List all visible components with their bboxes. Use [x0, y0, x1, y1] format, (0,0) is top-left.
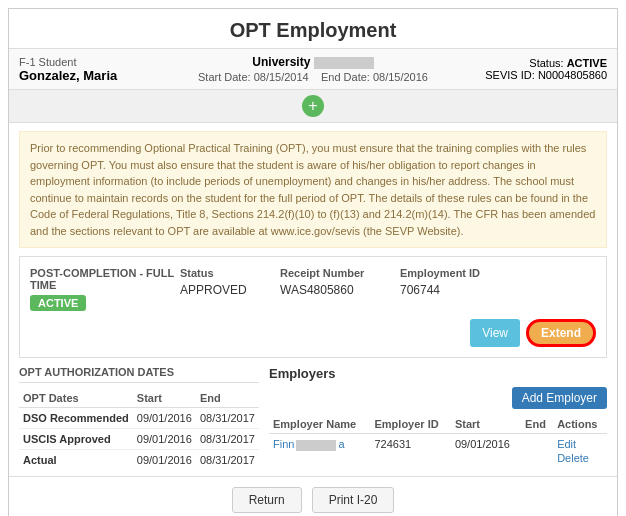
employment-section: POST-COMPLETION - FULL TIME Active Statu… — [19, 256, 607, 358]
employers-section: Employers Add Employer Employer Name Emp… — [269, 366, 607, 470]
dates-table: OPT Dates Start End DSO Recommended 09/0… — [19, 389, 259, 470]
receipt-col-label: Receipt Number — [280, 267, 400, 279]
empid-col: Employment ID 706744 — [400, 267, 596, 297]
employer-start-cell: 09/01/2016 — [451, 434, 521, 469]
row-end: 08/31/2017 — [196, 450, 259, 471]
add-row: + — [9, 90, 617, 123]
employer-end-cell — [521, 434, 553, 469]
page-title: OPT Employment — [9, 9, 617, 49]
dates-col-opt: OPT Dates — [19, 389, 133, 408]
view-button[interactable]: View — [470, 319, 520, 347]
row-start: 09/01/2016 — [133, 408, 196, 429]
status-badge: Status: ACTIVE — [447, 57, 607, 69]
print-button[interactable]: Print I-20 — [312, 487, 395, 513]
row-start: 09/01/2016 — [133, 429, 196, 450]
add-button[interactable]: + — [302, 95, 324, 117]
row-label: Actual — [19, 450, 133, 471]
employer-actions-cell: Edit Delete — [553, 434, 607, 469]
employment-type: POST-COMPLETION - FULL TIME Active — [30, 267, 180, 311]
row-end: 08/31/2017 — [196, 408, 259, 429]
bottom-section: OPT AUTHORIZATION DATES OPT Dates Start … — [19, 366, 607, 470]
employment-header: POST-COMPLETION - FULL TIME Active Statu… — [30, 267, 596, 311]
employers-col-name: Employer Name — [269, 415, 371, 434]
opt-dates-title: OPT AUTHORIZATION DATES — [19, 366, 259, 383]
empid-col-value: 706744 — [400, 283, 596, 297]
employer-name-cell: Finna — [269, 434, 371, 469]
employment-actions: View Extend — [30, 319, 596, 347]
row-start: 09/01/2016 — [133, 450, 196, 471]
employer-name-link[interactable]: Finna — [273, 438, 345, 450]
university-info: University Start Date: 08/15/2014 End Da… — [179, 55, 447, 83]
dates-col-start: Start — [133, 389, 196, 408]
student-name: Gonzalez, Maria — [19, 68, 179, 83]
student-type-label: F-1 Student — [19, 56, 179, 68]
table-row: Finna 724631 09/01/2016 Edit Delete — [269, 434, 607, 469]
delete-link[interactable]: Delete — [557, 452, 603, 464]
active-badge: Active — [30, 295, 86, 311]
opt-dates-section: OPT AUTHORIZATION DATES OPT Dates Start … — [19, 366, 259, 470]
employers-table: Employer Name Employer ID Start End Acti… — [269, 415, 607, 468]
sevis-id: SEVIS ID: N0004805860 — [447, 69, 607, 81]
employers-col-id: Employer ID — [371, 415, 451, 434]
dates-info: Start Date: 08/15/2014 End Date: 08/15/2… — [179, 71, 447, 83]
university-name: University — [179, 55, 447, 69]
table-row: USCIS Approved 09/01/2016 08/31/2017 — [19, 429, 259, 450]
row-label: USCIS Approved — [19, 429, 133, 450]
extend-button[interactable]: Extend — [526, 319, 596, 347]
employers-col-end: End — [521, 415, 553, 434]
row-label: DSO Recommended — [19, 408, 133, 429]
employers-title: Employers — [269, 366, 607, 381]
employment-status-col: Status APPROVED — [180, 267, 280, 297]
table-row: Actual 09/01/2016 08/31/2017 — [19, 450, 259, 471]
table-row: DSO Recommended 09/01/2016 08/31/2017 — [19, 408, 259, 429]
student-info: F-1 Student Gonzalez, Maria — [19, 56, 179, 83]
edit-link[interactable]: Edit — [557, 438, 603, 450]
employers-col-start: Start — [451, 415, 521, 434]
dates-col-end: End — [196, 389, 259, 408]
return-button[interactable]: Return — [232, 487, 302, 513]
notice-box: Prior to recommending Optional Practical… — [19, 131, 607, 248]
employer-id-cell: 724631 — [371, 434, 451, 469]
receipt-col-value: WAS4805860 — [280, 283, 400, 297]
add-employer-row: Add Employer — [269, 387, 607, 409]
empid-col-label: Employment ID — [400, 267, 596, 279]
status-col-label: Status — [180, 267, 280, 279]
row-end: 08/31/2017 — [196, 429, 259, 450]
status-info: Status: ACTIVE SEVIS ID: N0004805860 — [447, 57, 607, 81]
footer-row: Return Print I-20 — [9, 476, 617, 516]
employers-col-actions: Actions — [553, 415, 607, 434]
header-section: F-1 Student Gonzalez, Maria University S… — [9, 49, 617, 90]
receipt-col: Receipt Number WAS4805860 — [280, 267, 400, 297]
status-col-value: APPROVED — [180, 283, 280, 297]
add-employer-button[interactable]: Add Employer — [512, 387, 607, 409]
